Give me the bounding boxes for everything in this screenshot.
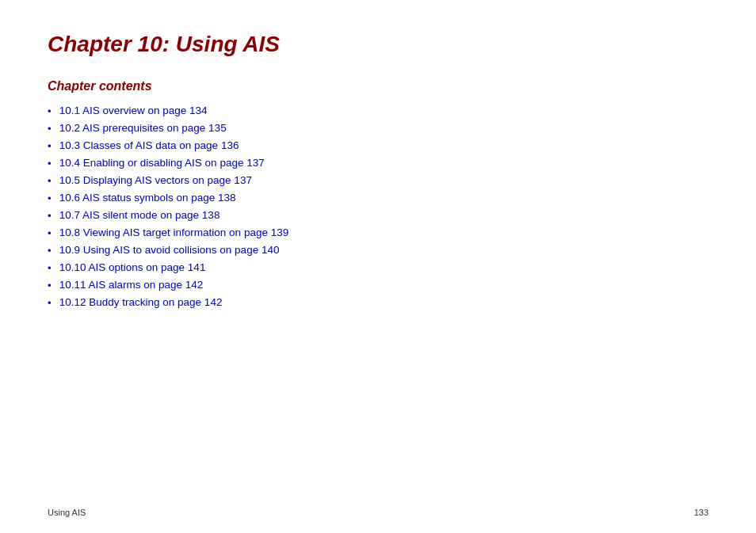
toc-item: •10.1 AIS overview on page 134 bbox=[48, 105, 708, 117]
toc-link-10-11[interactable]: 10.11 AIS alarms on page 142 bbox=[59, 279, 204, 291]
bullet-icon: • bbox=[48, 210, 52, 222]
bullet-icon: • bbox=[48, 227, 52, 239]
toc-item: •10.7 AIS silent mode on page 138 bbox=[48, 209, 708, 222]
toc-link-10-6[interactable]: 10.6 AIS status symbols on page 138 bbox=[59, 192, 236, 204]
bullet-icon: • bbox=[48, 158, 52, 169]
toc-item: •10.4 Enabling or disabling AIS on page … bbox=[48, 157, 708, 169]
bullet-icon: • bbox=[48, 245, 52, 257]
toc-link-10-7[interactable]: 10.7 AIS silent mode on page 138 bbox=[59, 209, 220, 221]
toc-item: •10.10 AIS options on page 141 bbox=[48, 261, 708, 274]
chapter-title: Chapter 10: Using AIS bbox=[48, 32, 708, 57]
toc-item: •10.8 Viewing AIS target information on … bbox=[48, 227, 708, 239]
toc-list: •10.1 AIS overview on page 134•10.2 AIS … bbox=[48, 105, 708, 309]
toc-item: •10.11 AIS alarms on page 142 bbox=[48, 279, 708, 291]
toc-link-10-1[interactable]: 10.1 AIS overview on page 134 bbox=[59, 105, 208, 116]
toc-item: •10.6 AIS status symbols on page 138 bbox=[48, 192, 708, 204]
toc-link-10-8[interactable]: 10.8 Viewing AIS target information on p… bbox=[59, 227, 288, 238]
toc-link-10-10[interactable]: 10.10 AIS options on page 141 bbox=[59, 261, 206, 273]
toc-link-10-3[interactable]: 10.3 Classes of AIS data on page 136 bbox=[59, 139, 239, 151]
toc-link-10-4[interactable]: 10.4 Enabling or disabling AIS on page 1… bbox=[59, 157, 265, 169]
toc-link-10-2[interactable]: 10.2 AIS prerequisites on page 135 bbox=[59, 122, 227, 134]
toc-link-10-5[interactable]: 10.5 Displaying AIS vectors on page 137 bbox=[59, 174, 252, 186]
chapter-contents-heading: Chapter contents bbox=[48, 79, 708, 93]
toc-item: •10.9 Using AIS to avoid collisions on p… bbox=[48, 244, 708, 257]
bullet-icon: • bbox=[48, 123, 52, 135]
toc-link-10-9[interactable]: 10.9 Using AIS to avoid collisions on pa… bbox=[59, 244, 280, 256]
bullet-icon: • bbox=[48, 280, 52, 291]
bullet-icon: • bbox=[48, 105, 52, 117]
footer-left: Using AIS bbox=[48, 508, 86, 517]
toc-item: •10.3 Classes of AIS data on page 136 bbox=[48, 139, 708, 152]
footer: Using AIS 133 bbox=[48, 508, 708, 517]
page: Chapter 10: Using AIS Chapter contents •… bbox=[0, 0, 756, 533]
bullet-icon: • bbox=[48, 175, 52, 187]
toc-item: •10.12 Buddy tracking on page 142 bbox=[48, 296, 708, 309]
toc-item: •10.2 AIS prerequisites on page 135 bbox=[48, 122, 708, 135]
bullet-icon: • bbox=[48, 140, 52, 152]
footer-right: 133 bbox=[694, 508, 708, 517]
toc-link-10-12[interactable]: 10.12 Buddy tracking on page 142 bbox=[59, 296, 223, 308]
bullet-icon: • bbox=[48, 297, 52, 309]
toc-item: •10.5 Displaying AIS vectors on page 137 bbox=[48, 174, 708, 187]
bullet-icon: • bbox=[48, 192, 52, 204]
bullet-icon: • bbox=[48, 262, 52, 274]
